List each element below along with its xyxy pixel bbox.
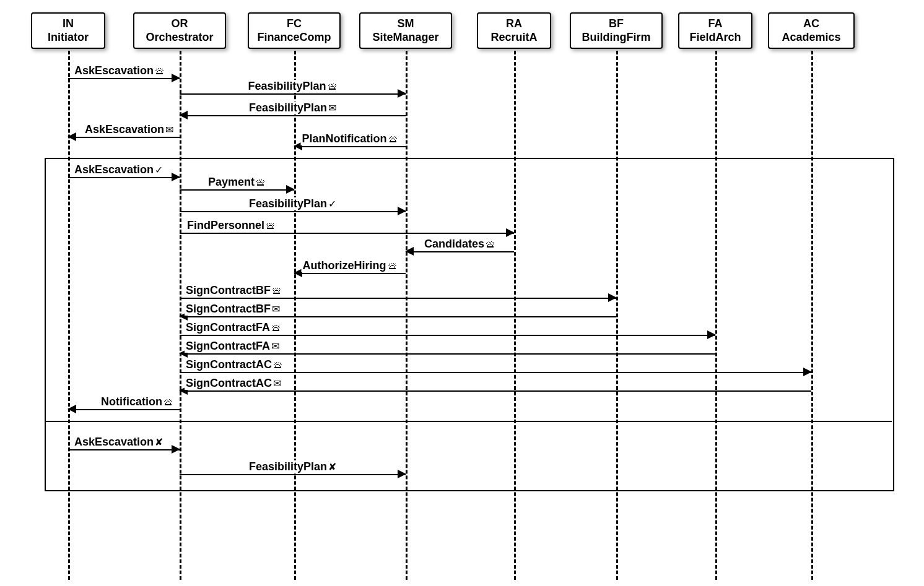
participant-code: BF [577,17,655,31]
participant-name: SiteManager [367,31,445,45]
message-label: AskEscavation🛎 [73,64,166,77]
participant-fa: FAFieldArch [678,12,752,49]
message-label: AuthorizeHiring🛎 [302,259,399,272]
arrow-icon [506,228,515,237]
bell-icon: 🛎 [264,220,276,231]
arrow-icon [707,330,716,339]
message-askescavation: AskEscavation✉ [68,127,180,142]
bell-icon: 🛎 [255,177,266,187]
message-signcontractfa: SignContractFA✉ [180,343,715,358]
participant-code: IN [38,17,98,31]
message-feasibilityplan: FeasibilityPlan✉ [180,105,406,120]
message-label: SignContractBF✉ [185,303,281,316]
bell-icon: 🛎 [386,261,398,271]
arrow-icon [68,132,76,141]
arrow-icon [398,89,406,98]
message-feasibilityplan: FeasibilityPlan✓ [180,201,406,216]
message-payment: Payment🛎 [180,179,294,194]
participant-sm: SMSiteManager [359,12,452,49]
message-askescavation: AskEscavation✓ [68,167,180,182]
arrow-icon [286,185,295,194]
message-feasibilityplan: FeasibilityPlan🛎 [180,84,406,98]
arrow-icon [68,405,76,413]
message-signcontractbf: SignContractBF✉ [180,306,616,321]
message-label: FeasibilityPlan✘ [248,460,338,473]
alt-divider [45,421,892,422]
message-plannotification: PlanNotification🛎 [294,136,406,151]
message-label: AskEscavation✓ [73,163,164,176]
bell-icon: 🛎 [154,66,165,76]
message-signcontractac: SignContractAC✉ [180,381,811,395]
message-label: FeasibilityPlan🛎 [246,80,338,93]
bell-icon: 🛎 [162,397,173,407]
bell-icon: 🛎 [270,322,281,333]
check-icon: ✓ [154,165,163,175]
participant-code: OR [141,17,219,31]
sequence-diagram: INInitiatorOROrchestratorFCFinanceCompSM… [6,6,918,580]
mail-icon: ✉ [271,304,280,314]
participant-bf: BFBuildingFirm [570,12,663,49]
message-candidates: Candidates🛎 [406,241,514,256]
cross-icon: ✘ [154,437,163,447]
message-notification: Notification🛎 [68,399,180,414]
message-feasibilityplan: FeasibilityPlan✘ [180,464,406,479]
message-askescavation: AskEscavation✘ [68,439,180,454]
message-label: SignContractBF🛎 [185,284,283,297]
participant-name: RecruitA [484,31,544,45]
message-label: AskEscavation✘ [73,436,164,449]
message-signcontractbf: SignContractBF🛎 [180,288,616,303]
message-askescavation: AskEscavation🛎 [68,68,180,83]
message-label: FindPersonnel🛎 [186,219,277,232]
arrow-icon [172,74,180,82]
message-authorizehiring: AuthorizeHiring🛎 [294,263,406,278]
message-signcontractfa: SignContractFA🛎 [180,325,715,340]
mail-icon: ✉ [272,378,281,389]
bell-icon: 🛎 [484,239,495,249]
cross-icon: ✘ [327,462,336,472]
participant-name: Orchestrator [141,31,219,45]
message-label: SignContractFA✉ [185,340,281,353]
arrow-icon [803,368,812,376]
mail-icon: ✉ [164,124,173,135]
arrow-icon [172,173,180,181]
message-label: SignContractFA🛎 [185,321,282,334]
arrow-icon [405,247,414,256]
message-label: AskEscavation✉ [84,123,175,136]
mail-icon: ✉ [327,103,336,113]
mail-icon: ✉ [270,341,279,351]
message-label: SignContractAC✉ [185,377,282,390]
arrow-icon [179,111,188,119]
message-label: FeasibilityPlan✉ [248,101,338,114]
participant-code: AC [775,17,847,31]
bell-icon: 🛎 [387,134,398,144]
message-label: Notification🛎 [100,395,175,408]
participant-name: FieldArch [686,31,745,45]
participant-or: OROrchestrator [133,12,226,49]
message-label: Candidates🛎 [423,238,497,251]
message-findpersonnel: FindPersonnel🛎 [180,223,514,238]
arrow-icon [172,445,180,454]
participant-name: Initiator [38,31,98,45]
message-label: PlanNotification🛎 [300,132,399,145]
message-label: Payment🛎 [207,176,267,189]
bell-icon: 🛎 [326,81,338,92]
participant-name: Academics [775,31,847,45]
participant-fc: FCFinanceComp [248,12,341,49]
bell-icon: 🛎 [271,285,282,296]
participant-name: FinanceComp [255,31,333,45]
participant-code: FA [686,17,745,31]
participant-ra: RARecruitA [477,12,551,49]
participant-code: SM [367,17,445,31]
participant-name: BuildingFirm [577,31,655,45]
arrow-icon [398,470,406,478]
participant-code: RA [484,17,544,31]
check-icon: ✓ [327,199,336,209]
message-label: FeasibilityPlan✓ [248,197,338,210]
bell-icon: 🛎 [272,360,283,370]
message-label: SignContractAC🛎 [185,358,284,371]
message-signcontractac: SignContractAC🛎 [180,362,811,377]
arrow-icon [398,207,406,215]
arrow-icon [608,293,617,302]
participant-ac: ACAcademics [768,12,855,49]
participant-in: INInitiator [31,12,105,49]
